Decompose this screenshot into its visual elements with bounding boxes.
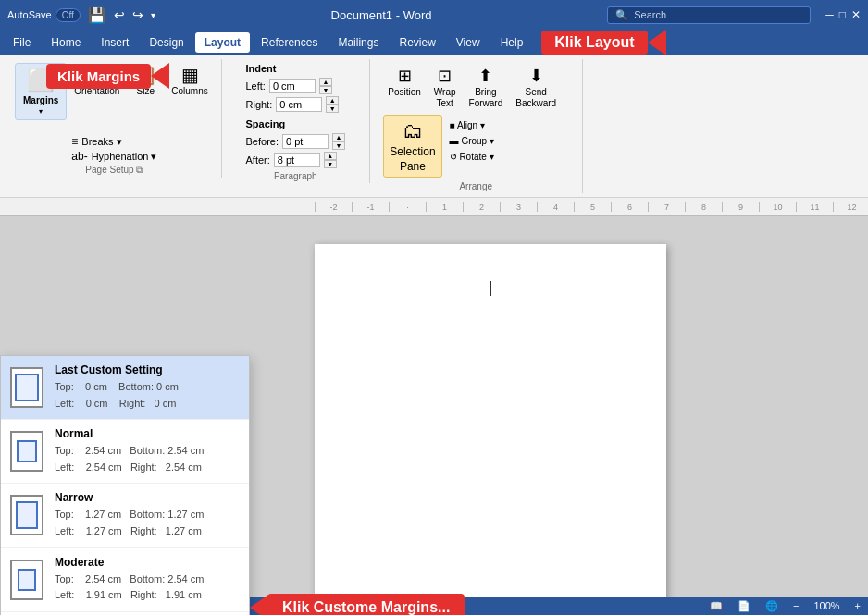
ruler-mark: -2 xyxy=(315,202,352,212)
menu-references[interactable]: References xyxy=(252,32,327,53)
ruler-mark: 2 xyxy=(463,202,500,212)
menu-bar: File Home Insert Design Layout Reference… xyxy=(0,30,868,55)
before-input[interactable] xyxy=(282,134,329,149)
after-input[interactable] xyxy=(274,153,320,167)
ruler-mark: 12 xyxy=(833,202,868,212)
wrap-text-label: Wrap xyxy=(434,87,456,97)
normal-icon xyxy=(10,431,43,472)
autosave-area: AutoSave Off xyxy=(7,8,81,22)
hyphenation-icon: ab- xyxy=(71,150,87,163)
ruler-mark: 9 xyxy=(722,202,759,212)
minimize-btn[interactable]: ─ xyxy=(825,8,834,21)
autosave-label: AutoSave xyxy=(7,9,52,20)
right-indent-up[interactable]: ▲ xyxy=(326,96,339,105)
left-indent-up[interactable]: ▲ xyxy=(319,78,332,86)
rotate-button[interactable]: ↺ Rotate ▾ xyxy=(446,150,498,164)
group-button[interactable]: ▬ Group ▾ xyxy=(446,134,498,148)
margin-item-last-custom[interactable]: Last Custom Setting Top: 0 cm Bottom: 0 … xyxy=(1,356,249,420)
left-indent-down[interactable]: ▼ xyxy=(319,86,332,94)
left-indent-input[interactable] xyxy=(269,79,316,93)
bring-forward-label2: Forward xyxy=(469,98,503,108)
moderate-detail: Top: 2.54 cm Bottom: 2.54 cm Left: 1.91 … xyxy=(55,572,240,604)
ruler-mark: 10 xyxy=(759,202,796,212)
arrange-group-label: Arrange xyxy=(370,181,582,191)
narrow-detail: Top: 1.27 cm Bottom: 1.27 cm Left: 1.27 … xyxy=(55,507,240,539)
view-read-icon[interactable]: 📖 xyxy=(710,600,723,612)
before-up[interactable]: ▲ xyxy=(332,133,345,141)
ribbon-group-page-setup: ⬜ Margins ▾ 📄 Orientation 📋 Size ▦ Colum… xyxy=(7,59,222,178)
ruler-mark: 4 xyxy=(537,202,574,212)
columns-label: Columns xyxy=(171,86,207,96)
menu-help[interactable]: Help xyxy=(491,32,533,53)
menu-layout[interactable]: Layout xyxy=(195,32,250,53)
columns-button[interactable]: ▦ Columns xyxy=(166,63,213,99)
ruler-mark: 8 xyxy=(685,202,722,212)
klik-layout-arrow xyxy=(648,30,666,55)
search-label: Search xyxy=(634,9,666,20)
orientation-icon: 📄 xyxy=(85,66,108,84)
orientation-button[interactable]: 📄 Orientation xyxy=(68,63,125,99)
hyphenation-button[interactable]: Hyphenation ▾ xyxy=(92,151,157,163)
text-cursor xyxy=(490,281,491,296)
ruler-mark: 1 xyxy=(426,202,463,212)
right-indent-input[interactable] xyxy=(276,97,322,112)
search-box[interactable]: 🔍 Search xyxy=(607,6,811,24)
send-backward-icon: ⬇ xyxy=(529,66,543,86)
undo-icon[interactable]: ↩ xyxy=(114,7,125,22)
zoom-out-btn[interactable]: − xyxy=(793,600,799,611)
align-button[interactable]: ■ Align ▾ xyxy=(446,118,498,132)
menu-file[interactable]: File xyxy=(4,32,40,53)
view-print-icon[interactable]: 📄 xyxy=(738,600,750,612)
selection-pane-button[interactable]: 🗂 Selection Pane xyxy=(383,115,441,178)
menu-design[interactable]: Design xyxy=(140,32,192,53)
margins-button[interactable]: ⬜ Margins ▾ xyxy=(15,63,67,120)
position-icon: ⊞ xyxy=(398,66,412,86)
menu-mailings[interactable]: Mailings xyxy=(329,32,388,53)
after-label: After: xyxy=(246,154,270,166)
view-web-icon[interactable]: 🌐 xyxy=(765,600,778,612)
page-setup-buttons: ⬜ Margins ▾ 📄 Orientation 📋 Size ▦ Colum… xyxy=(15,59,214,135)
right-indent-down[interactable]: ▼ xyxy=(326,105,339,113)
document-page[interactable] xyxy=(315,244,666,615)
save-icon[interactable]: 💾 xyxy=(88,6,106,24)
redo-icon[interactable]: ↪ xyxy=(132,7,143,22)
close-btn[interactable]: ✕ xyxy=(851,8,861,21)
ribbon-group-paragraph: Indent Left: ▲ ▼ Right: ▲ ▼ Spacing Befo… xyxy=(222,59,370,183)
position-button[interactable]: ⊞ Position xyxy=(383,63,426,100)
menu-insert[interactable]: Insert xyxy=(92,32,138,53)
ruler: -2 -1 · 1 2 3 4 5 6 7 8 9 10 11 12 13 14 xyxy=(0,198,868,216)
maximize-btn[interactable]: □ xyxy=(839,8,846,21)
menu-home[interactable]: Home xyxy=(42,32,90,53)
last-custom-text: Last Custom Setting Top: 0 cm Bottom: 0 … xyxy=(55,363,240,412)
selection-pane-icon: 🗂 xyxy=(403,119,423,143)
columns-icon: ▦ xyxy=(181,66,199,84)
ruler-mark: 7 xyxy=(648,202,685,212)
bring-forward-icon: ⬆ xyxy=(478,66,492,86)
margins-dropdown: Last Custom Setting Top: 0 cm Bottom: 0 … xyxy=(0,355,250,615)
send-backward-button[interactable]: ⬇ Send Backward xyxy=(511,63,561,111)
size-button[interactable]: 📋 Size xyxy=(127,63,164,99)
menu-view[interactable]: View xyxy=(447,32,490,53)
margin-item-normal[interactable]: Normal Top: 2.54 cm Bottom: 2.54 cm Left… xyxy=(1,420,249,484)
last-custom-icon xyxy=(10,367,43,408)
margins-label: Margins xyxy=(23,95,58,105)
before-down[interactable]: ▼ xyxy=(332,141,345,150)
zoom-in-btn[interactable]: + xyxy=(855,600,861,611)
bring-forward-button[interactable]: ⬆ Bring Forward xyxy=(465,63,508,111)
after-down[interactable]: ▼ xyxy=(324,160,337,168)
ruler-mark: 6 xyxy=(611,202,648,212)
spacing-label: Spacing xyxy=(246,118,345,129)
autosave-toggle[interactable]: Off xyxy=(56,8,81,22)
ribbon-group-arrange: ⊞ Position ⊡ Wrap Text ⬆ Bring Forward ⬇… xyxy=(370,59,583,193)
right-indent-row: Right: ▲ ▼ xyxy=(246,96,345,113)
margin-item-moderate[interactable]: Moderate Top: 2.54 cm Bottom: 2.54 cm Le… xyxy=(1,548,249,612)
margin-item-narrow[interactable]: Narrow Top: 1.27 cm Bottom: 1.27 cm Left… xyxy=(1,484,249,547)
quick-access-arrow[interactable]: ▾ xyxy=(151,10,155,20)
ruler-mark: -1 xyxy=(352,202,389,212)
ruler-mark: · xyxy=(389,202,426,212)
breaks-button[interactable]: Breaks ▾ xyxy=(81,136,121,148)
after-up[interactable]: ▲ xyxy=(324,152,337,160)
wrap-text-button[interactable]: ⊡ Wrap Text xyxy=(429,63,461,111)
menu-review[interactable]: Review xyxy=(390,32,444,53)
margins-dropdown-arrow: ▾ xyxy=(39,107,43,116)
